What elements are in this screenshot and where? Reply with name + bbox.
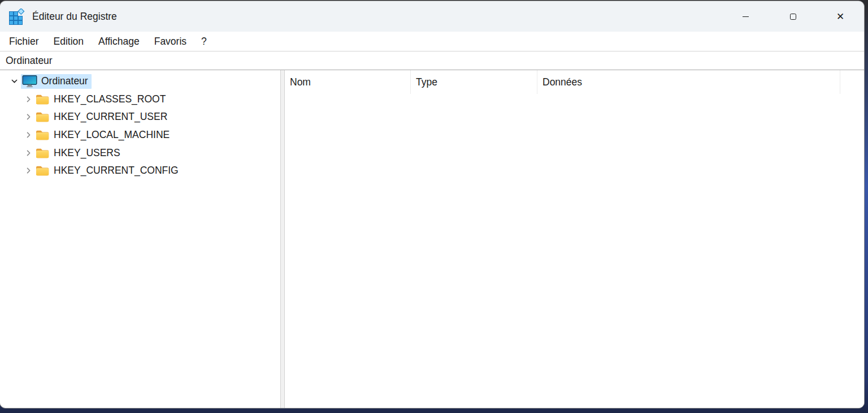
tree-item-hkey-users[interactable]: HKEY_USERS xyxy=(0,144,280,162)
maximize-button[interactable] xyxy=(769,1,817,32)
menu-item-affichage[interactable]: Affichage xyxy=(98,36,140,48)
main-content: Ordinateur HKEY_CLASSES_ROOT xyxy=(0,70,864,408)
column-header-nom[interactable]: Nom xyxy=(285,70,411,94)
pane-splitter[interactable] xyxy=(280,70,285,408)
menu-bar: Fichier Edition Affichage Favoris ? xyxy=(0,32,864,51)
registry-editor-icon xyxy=(8,8,25,25)
tree-item-hkey-classes-root[interactable]: HKEY_CLASSES_ROOT xyxy=(0,91,280,109)
chevron-right-icon[interactable] xyxy=(24,166,33,175)
chevron-right-icon[interactable] xyxy=(24,94,33,104)
minimize-icon xyxy=(743,16,749,17)
tree-item-label: HKEY_USERS xyxy=(54,147,120,159)
chevron-right-icon[interactable] xyxy=(24,148,33,157)
minimize-button[interactable] xyxy=(722,1,769,32)
menu-item-favoris[interactable]: Favoris xyxy=(154,36,186,48)
values-list-body[interactable] xyxy=(285,94,864,408)
folder-icon xyxy=(36,94,49,105)
tree-item-hkey-local-machine[interactable]: HKEY_LOCAL_MACHINE xyxy=(0,126,280,144)
registry-editor-window: Éditeur du Registre ✕ Fichier Edition Af… xyxy=(0,1,864,408)
window-title: Éditeur du Registre xyxy=(32,11,117,23)
tree-item-label: Ordinateur xyxy=(41,75,88,87)
close-button[interactable]: ✕ xyxy=(817,1,864,32)
menu-item-edition[interactable]: Edition xyxy=(54,36,84,48)
maximize-icon xyxy=(790,14,796,20)
tree-item-ordinateur[interactable]: Ordinateur xyxy=(0,72,280,91)
chevron-down-icon[interactable] xyxy=(10,77,19,86)
computer-icon xyxy=(22,75,37,88)
selected-node-highlight: Ordinateur xyxy=(21,74,92,89)
chevron-right-icon[interactable] xyxy=(24,131,33,140)
address-bar xyxy=(0,51,864,70)
column-header-filler xyxy=(840,70,864,94)
menu-item-fichier[interactable]: Fichier xyxy=(9,36,39,48)
tree-item-hkey-current-config[interactable]: HKEY_CURRENT_CONFIG xyxy=(0,162,280,180)
tree-item-label: HKEY_CLASSES_ROOT xyxy=(54,93,166,105)
folder-icon xyxy=(36,165,49,176)
folder-icon xyxy=(36,111,49,122)
address-bar-input[interactable] xyxy=(0,51,864,70)
column-header-type[interactable]: Type xyxy=(411,70,537,94)
folder-icon xyxy=(36,148,49,158)
registry-tree-pane: Ordinateur HKEY_CLASSES_ROOT xyxy=(0,70,280,408)
folder-icon xyxy=(36,130,49,140)
menu-item-aide[interactable]: ? xyxy=(201,36,207,48)
chevron-right-icon[interactable] xyxy=(24,113,33,122)
tree-item-label: HKEY_LOCAL_MACHINE xyxy=(54,129,170,141)
window-controls: ✕ xyxy=(722,1,864,32)
close-icon: ✕ xyxy=(836,12,844,21)
title-bar: Éditeur du Registre ✕ xyxy=(0,1,864,32)
list-column-headers: Nom Type Données xyxy=(285,70,864,94)
values-list-pane: Nom Type Données xyxy=(285,70,864,408)
tree-item-hkey-current-user[interactable]: HKEY_CURRENT_USER xyxy=(0,108,280,126)
tree-item-label: HKEY_CURRENT_USER xyxy=(54,111,167,123)
tree-item-label: HKEY_CURRENT_CONFIG xyxy=(54,165,179,177)
column-header-donnees[interactable]: Données xyxy=(537,70,840,94)
